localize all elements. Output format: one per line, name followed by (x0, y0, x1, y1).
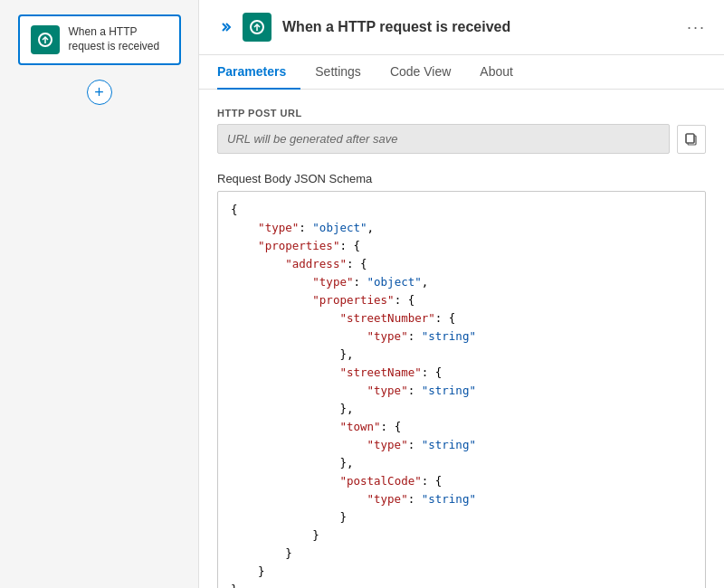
json-schema-editor[interactable]: { "type": "object", "properties": { "add… (217, 191, 706, 588)
collapse-button[interactable] (217, 20, 232, 34)
svg-rect-5 (686, 134, 694, 143)
url-field: URL will be generated after save (217, 124, 670, 154)
tab-settings[interactable]: Settings (300, 55, 376, 90)
tab-about[interactable]: About (465, 55, 528, 90)
sidebar: When a HTTP request is received + (0, 0, 199, 588)
main-panel: When a HTTP request is received ··· Para… (199, 0, 724, 588)
url-row: URL will be generated after save (217, 124, 706, 154)
tab-code-view[interactable]: Code View (376, 55, 465, 90)
header-icon (243, 13, 272, 42)
trigger-icon (31, 25, 60, 54)
add-step-button[interactable]: + (87, 80, 112, 105)
http-post-url-label: HTTP POST URL (217, 108, 706, 119)
trigger-label: When a HTTP request is received (69, 25, 168, 53)
panel-title: When a HTTP request is received (282, 19, 676, 35)
trigger-card[interactable]: When a HTTP request is received (18, 14, 181, 65)
schema-label: Request Body JSON Schema (217, 172, 706, 185)
tabs-bar: Parameters Settings Code View About (199, 55, 724, 90)
more-options-button[interactable]: ··· (687, 18, 706, 37)
panel-header: When a HTTP request is received ··· (199, 0, 724, 55)
tab-parameters[interactable]: Parameters (217, 55, 300, 90)
copy-url-button[interactable] (677, 125, 706, 154)
panel-content: HTTP POST URL URL will be generated afte… (199, 90, 724, 588)
